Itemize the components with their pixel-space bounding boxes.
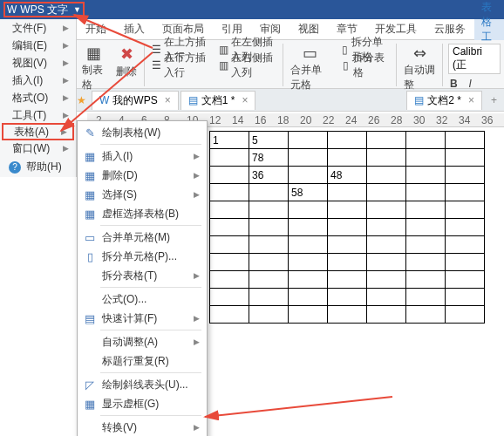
data-table[interactable]: 15 78 3648 58 xyxy=(209,131,485,324)
delete-icon: ✖ xyxy=(116,44,137,65)
doctab-doc1[interactable]: ▤文档1 *× xyxy=(180,91,256,110)
sm-delete[interactable]: ▦删除(D)▶ xyxy=(78,166,207,185)
table-row: 15 xyxy=(210,132,485,149)
autofit-icon: ⇔ xyxy=(409,44,430,63)
sm-autofit[interactable]: 自动调整(A)▶ xyxy=(78,332,207,351)
chevron-right-icon: ▶ xyxy=(194,271,200,280)
col-right-icon: ▥ xyxy=(219,59,228,72)
main-menu: 文件(F)▶ 编辑(E)▶ 视图(V)▶ 插入(I)▶ 格式(O)▶ 工具(T)… xyxy=(0,19,77,177)
chevron-right-icon: ▶ xyxy=(63,58,69,67)
delete-icon: ▦ xyxy=(83,168,97,182)
chevron-right-icon: ▶ xyxy=(63,41,69,50)
app-name: WPS 文字 xyxy=(20,3,68,17)
table-row xyxy=(210,254,485,271)
btn-merge[interactable]: ▭合并单元格 xyxy=(285,42,336,88)
chevron-right-icon: ▶ xyxy=(63,76,69,85)
select-icon: ▦ xyxy=(83,187,97,201)
col-left-icon: ▥ xyxy=(219,44,228,56)
menu-window[interactable]: 窗口(W)▶ xyxy=(0,140,76,157)
sm-draw-table[interactable]: ✎绘制表格(W) xyxy=(78,123,207,142)
chevron-right-icon: ▶ xyxy=(194,171,200,180)
table-row: 58 xyxy=(210,184,485,201)
dashed-icon: ▦ xyxy=(83,207,97,221)
close-icon[interactable]: × xyxy=(242,94,248,106)
table-row: 78 xyxy=(210,149,485,167)
pencil-icon: ✎ xyxy=(83,126,97,140)
titlebar: W WPS 文字 ▼ xyxy=(0,0,504,19)
doc-icon: ▤ xyxy=(188,94,198,106)
table-row xyxy=(210,219,485,236)
sm-quickcalc[interactable]: ▤快速计算(F)▶ xyxy=(78,309,207,328)
btn-draw-table[interactable]: ▦制表格 xyxy=(77,42,111,88)
table-row xyxy=(210,236,485,254)
btn-insert-right[interactable]: ▥在右侧插入列 xyxy=(214,58,281,73)
chevron-right-icon: ▶ xyxy=(63,24,69,32)
merge-icon: ▭ xyxy=(83,230,97,244)
splittable-icon: ▯ xyxy=(340,59,351,72)
wps-icon: W xyxy=(99,94,109,106)
chevron-right-icon: ▶ xyxy=(194,337,200,346)
chevron-down-icon[interactable]: ▼ xyxy=(73,5,81,14)
table-icon: ▦ xyxy=(83,149,97,163)
btn-insert-below[interactable]: ☰在下方插入行 xyxy=(146,58,214,73)
row-above-icon: ☰ xyxy=(152,44,161,56)
sm-headrepeat[interactable]: 标题行重复(R) xyxy=(78,351,207,371)
tab-table-tools[interactable]: 表格工具 xyxy=(474,19,504,40)
menu-format[interactable]: 格式(O)▶ xyxy=(0,89,76,106)
sm-merge[interactable]: ▭合并单元格(M) xyxy=(78,228,207,247)
merge-icon: ▭ xyxy=(299,44,320,63)
bold-button[interactable]: B xyxy=(450,78,458,90)
star-icon[interactable]: ★ xyxy=(77,94,86,106)
splitcell-icon: ▯ xyxy=(340,44,349,56)
menu-insert[interactable]: 插入(I)▶ xyxy=(0,72,76,89)
menu-tool[interactable]: 工具(T)▶ xyxy=(0,106,76,124)
tab-home[interactable]: 开始 xyxy=(77,19,115,40)
svg-line-2 xyxy=(205,397,392,417)
chevron-right-icon: ▶ xyxy=(194,423,200,432)
table-row xyxy=(210,271,485,289)
sm-select[interactable]: ▦选择(S)▶ xyxy=(78,185,207,204)
tab-cloud[interactable]: 云服务 xyxy=(426,19,474,40)
document-table[interactable]: 15 78 3648 58 xyxy=(209,131,485,324)
table-row: 3648 xyxy=(210,167,485,184)
chevron-right-icon: ▶ xyxy=(194,314,200,323)
add-tab-button[interactable]: + xyxy=(484,94,504,106)
row-below-icon: ☰ xyxy=(152,59,161,72)
font-select[interactable]: Calibri (正 xyxy=(448,44,501,74)
tab-view[interactable]: 视图 xyxy=(289,19,328,40)
menu-table[interactable]: 表格(A)▶ xyxy=(2,123,74,140)
sm-insert[interactable]: ▦插入(I)▶ xyxy=(78,146,207,166)
btn-autofit[interactable]: ⇔自动调整 xyxy=(398,42,441,88)
sm-formula[interactable]: 公式(O)... xyxy=(78,290,207,309)
italic-button[interactable]: I xyxy=(468,78,471,90)
sm-gridborder[interactable]: ▦虚框选择表格(B) xyxy=(78,204,207,223)
sm-drawheader[interactable]: ◸绘制斜线表头(U)... xyxy=(78,375,207,394)
menu-view[interactable]: 视图(V)▶ xyxy=(0,54,76,72)
grid-icon: ▦ xyxy=(83,397,97,411)
btn-split-table[interactable]: ▯拆分表格 xyxy=(335,58,394,73)
splitcell-icon: ▯ xyxy=(83,249,97,263)
menu-file[interactable]: 文件(F)▶ xyxy=(0,19,76,37)
table-icon: ▦ xyxy=(84,44,105,63)
app-title[interactable]: W WPS 文字 ▼ xyxy=(3,2,85,17)
chevron-right-icon: ▶ xyxy=(63,111,69,119)
menu-help[interactable]: ?帮助(H) xyxy=(0,157,76,177)
calc-icon: ▤ xyxy=(83,311,97,325)
tab-insert[interactable]: 插入 xyxy=(115,19,153,40)
btn-delete[interactable]: ✖删除 xyxy=(111,42,142,88)
doctab-mywps[interactable]: W我的WPS× xyxy=(92,91,179,110)
table-row xyxy=(210,201,485,219)
doctab-doc2[interactable]: ▤文档2 *× xyxy=(406,91,482,110)
sm-splittable[interactable]: 拆分表格(T)▶ xyxy=(78,266,207,285)
sm-convert[interactable]: 转换(V)▶ xyxy=(78,418,207,436)
sm-showgrid[interactable]: ▦显示虚框(G) xyxy=(78,394,207,413)
table-row xyxy=(210,289,485,306)
sm-splitcell[interactable]: ▯拆分单元格(P)... xyxy=(78,247,207,266)
chevron-right-icon: ▶ xyxy=(63,93,69,102)
diag-icon: ◸ xyxy=(83,378,97,392)
close-icon[interactable]: × xyxy=(165,94,171,106)
chevron-right-icon: ▶ xyxy=(194,190,200,199)
menu-edit[interactable]: 编辑(E)▶ xyxy=(0,37,76,54)
close-icon[interactable]: × xyxy=(468,94,474,106)
chevron-right-icon: ▶ xyxy=(63,144,69,153)
